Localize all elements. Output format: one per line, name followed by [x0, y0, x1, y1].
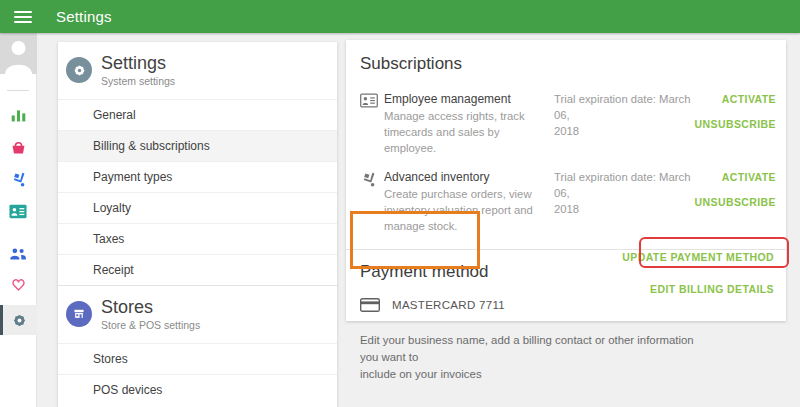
stores-group-header: Stores Store & POS settings	[58, 285, 337, 343]
icon-rail	[0, 33, 37, 407]
rail-item-customers[interactable]	[0, 237, 37, 269]
settings-group-header: Settings System settings	[58, 42, 337, 99]
update-payment-method-button[interactable]: UPDATE PAYMENT METHOD	[622, 251, 774, 263]
subscription-description: Create purchase orders, view inventory v…	[384, 187, 546, 234]
rail-item-inventory[interactable]	[0, 163, 37, 195]
rail-item-employees[interactable]	[0, 195, 37, 227]
rail-divider	[7, 90, 29, 91]
hand-truck-icon	[360, 171, 377, 188]
subscription-title: Employee management	[384, 92, 546, 106]
employee-badge-icon	[360, 93, 378, 108]
user-avatar-icon	[0, 33, 37, 74]
menu-item-general[interactable]: General	[58, 99, 337, 130]
subscriptions-heading: Subscriptions	[360, 54, 786, 74]
menu-item-pos-devices[interactable]: POS devices	[58, 374, 337, 405]
menu-item-payment-types[interactable]: Payment types	[58, 161, 337, 192]
card-number-label: MASTERCARD 7711	[392, 299, 505, 311]
trial-expiration-text: Trial expiration date: March 06, 2018	[554, 170, 692, 234]
credit-card-icon	[360, 298, 380, 312]
menu-item-receipt[interactable]: Receipt	[58, 254, 337, 285]
group-title: Stores	[101, 298, 200, 317]
menu-item-billing-subscriptions[interactable]: Billing & subscriptions	[58, 130, 337, 161]
edit-billing-details-button[interactable]: EDIT BILLING DETAILS	[650, 283, 774, 295]
billing-content-card: Subscriptions Employee management Manage…	[346, 40, 786, 321]
menu-item-taxes[interactable]: Taxes	[58, 223, 337, 254]
stores-icon-circle	[66, 301, 92, 327]
trial-expiration-text: Trial expiration date: March 06, 2018	[554, 92, 692, 156]
menu-item-stores[interactable]: Stores	[58, 343, 337, 374]
id-card-icon	[9, 204, 27, 219]
rail-item-reports[interactable]	[0, 99, 37, 131]
credit-card-row: MASTERCARD 7711	[360, 298, 786, 312]
unsubscribe-button[interactable]: UNSUBSCRIBE	[695, 118, 776, 130]
avatar[interactable]	[0, 33, 37, 74]
hamburger-menu-icon[interactable]	[14, 8, 32, 26]
activate-button[interactable]: ACTIVATE	[722, 93, 776, 105]
heart-icon	[10, 277, 27, 293]
subscription-row-employee-management: Employee management Manage access rights…	[346, 92, 786, 156]
unsubscribe-button[interactable]: UNSUBSCRIBE	[695, 196, 776, 208]
activate-button[interactable]: ACTIVATE	[722, 171, 776, 183]
gear-icon	[11, 312, 28, 329]
group-subtitle: Store & POS settings	[101, 319, 200, 331]
section-divider	[346, 249, 786, 250]
rail-item-settings[interactable]	[0, 305, 37, 335]
bar-chart-icon	[10, 107, 27, 124]
rail-item-loyalty[interactable]	[0, 269, 37, 301]
group-title: Settings	[101, 54, 175, 73]
gear-icon	[72, 63, 87, 78]
basket-icon	[10, 139, 27, 156]
rail-item-items[interactable]	[0, 131, 37, 163]
subscription-description: Manage access rights, track timecards an…	[384, 109, 546, 156]
settings-menu-panel: Settings System settings General Billing…	[58, 42, 337, 407]
payment-method-heading: Payment method	[360, 262, 786, 282]
group-subtitle: System settings	[101, 75, 175, 87]
top-app-bar: Settings	[0, 0, 800, 33]
store-icon	[72, 307, 86, 321]
subscription-row-advanced-inventory: Advanced inventory Create purchase order…	[346, 170, 786, 234]
people-icon	[9, 246, 27, 261]
hand-truck-icon	[10, 171, 27, 188]
settings-gear-circle	[66, 57, 92, 83]
subscription-title: Advanced inventory	[384, 170, 546, 184]
menu-item-loyalty[interactable]: Loyalty	[58, 192, 337, 223]
billing-note: Edit your business name, add a billing c…	[360, 332, 705, 383]
app-bar-title: Settings	[56, 8, 112, 25]
